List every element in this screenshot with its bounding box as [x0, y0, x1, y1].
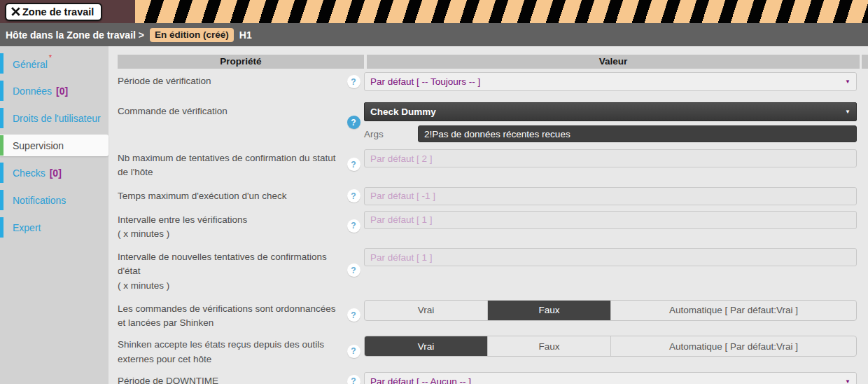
sidebar-item-donnees[interactable]: Données[0] — [0, 80, 108, 102]
help-icon[interactable]: ? — [347, 375, 360, 384]
retry-interval-input[interactable] — [364, 248, 857, 266]
args-label: Args — [364, 129, 418, 139]
property-label: Période de DOWNTIME — [118, 372, 343, 384]
accent-bar — [0, 108, 4, 128]
top-banner: Zone de travail — [0, 0, 868, 23]
help-icon[interactable]: ? — [347, 189, 360, 203]
sidebar-item-label: Droits de l'utilisateur — [0, 113, 101, 124]
table-header: Propriété Valeur — [118, 55, 868, 69]
form-row-max-check-attempts: Nb maximum de tentatives de confirmation… — [118, 149, 868, 180]
breadcrumb-entity: H1 — [239, 29, 252, 41]
toggle-option-faux[interactable]: Faux — [487, 336, 610, 356]
check-period-select[interactable]: Par défaut [ -- Toujours -- ] ▼ — [364, 72, 857, 91]
accent-bar — [0, 81, 4, 101]
selected-value: Par défaut [ -- Toujours -- ] — [370, 76, 480, 87]
help-icon[interactable]: ? — [347, 308, 360, 322]
property-column-header: Propriété — [118, 55, 364, 69]
downtime-period-select[interactable]: Par défaut [ -- Aucun -- ] ▼ — [364, 372, 857, 384]
form-row-commande-verification: Commande de vérification ? Check Dummy ▼… — [118, 102, 868, 142]
property-label: Commande de vérification — [118, 102, 343, 142]
accent-bar — [0, 190, 4, 210]
selected-value: Par défaut [ -- Aucun -- ] — [370, 376, 471, 384]
toggle-option-vrai[interactable]: Vrai — [365, 336, 487, 356]
form-row-periode-verification: Période de vérification ? Par défaut [ -… — [118, 72, 868, 91]
accent-bar — [0, 135, 4, 156]
property-sublabel: ( x minutes ) — [118, 227, 343, 241]
sidebar-item-label: Checks — [13, 167, 46, 179]
passive-checks-toggle: Vrai Faux Automatique [ Par défaut:Vrai … — [364, 336, 857, 357]
selected-value: Check Dummy — [370, 107, 436, 117]
status-badge: En édition (créé) — [150, 28, 234, 42]
check-interval-input[interactable] — [364, 211, 857, 229]
sidebar-item-label: Supervision — [0, 140, 64, 151]
sidebar-item-checks[interactable]: Checks[0] — [0, 162, 108, 184]
chevron-down-icon: ▼ — [845, 109, 850, 115]
toggle-option-automatique[interactable]: Automatique [ Par défaut:Vrai ] — [610, 301, 856, 320]
breadcrumb: Hôte dans la Zone de travail > En éditio… — [0, 23, 868, 46]
property-label: Shinken accepte les états reçus depuis d… — [118, 336, 343, 366]
sidebar-item-notifications[interactable]: Notifications — [0, 189, 108, 211]
sidebar: Général* Données[0] Droits de l'utilisat… — [0, 46, 108, 384]
header-sliver — [862, 55, 868, 69]
toggle-option-vrai[interactable]: Vrai — [365, 301, 487, 320]
property-sublabel: ( x minutes ) — [118, 279, 343, 293]
property-label: Temps maximum d'exécution d'un check — [118, 187, 343, 205]
sidebar-item-label: Général — [13, 59, 48, 70]
property-label: Les commandes de vérifications sont ordo… — [118, 300, 343, 331]
required-asterisk: * — [49, 53, 52, 62]
help-icon[interactable]: ? — [347, 219, 360, 233]
hazard-stripes — [135, 0, 868, 23]
property-label: Intervalle entre les vérifications — [118, 214, 247, 225]
accent-bar — [0, 217, 4, 238]
workspace-button[interactable]: Zone de travail — [5, 3, 102, 21]
property-label: Intervalle de nouvelles tentatives de co… — [118, 252, 327, 276]
value-column-header: Valeur — [367, 55, 860, 69]
args-row: Args — [364, 125, 857, 142]
chevron-down-icon: ▼ — [845, 378, 850, 384]
help-icon-active[interactable]: ? — [347, 116, 360, 129]
sidebar-item-label: Données — [13, 85, 52, 97]
check-command-select[interactable]: Check Dummy ▼ — [364, 102, 857, 121]
sidebar-item-droits-utilisateur[interactable]: Droits de l'utilisateur — [0, 107, 108, 129]
property-label: Nb maximum de tentatives de confirmation… — [118, 149, 343, 180]
form-row-check-timeout: Temps maximum d'exécution d'un check ? — [118, 187, 868, 205]
max-check-attempts-input[interactable] — [364, 149, 857, 167]
property-label: Période de vérification — [118, 72, 343, 91]
tools-icon — [10, 6, 21, 17]
form-row-downtime-period: Période de DOWNTIME ? Par défaut [ -- Au… — [118, 372, 868, 384]
accent-bar — [0, 53, 4, 74]
breadcrumb-path: Hôte dans la Zone de travail > — [6, 29, 144, 41]
form-row-active-checks: Les commandes de vérifications sont ordo… — [118, 300, 868, 331]
sidebar-item-general[interactable]: Général* — [0, 53, 108, 74]
form-row-passive-checks: Shinken accepte les états reçus depuis d… — [118, 336, 868, 366]
form-row-check-interval: Intervalle entre les vérifications ( x m… — [118, 211, 868, 242]
sidebar-item-supervision[interactable]: Supervision — [0, 135, 108, 156]
toggle-option-faux[interactable]: Faux — [487, 301, 610, 320]
form-panel: Propriété Valeur Période de vérification… — [108, 46, 868, 384]
form-row-retry-interval: Intervalle de nouvelles tentatives de co… — [118, 248, 868, 293]
accent-bar — [0, 163, 4, 183]
sidebar-item-expert[interactable]: Expert — [0, 217, 108, 238]
sidebar-item-label: Expert — [0, 222, 41, 233]
check-timeout-input[interactable] — [364, 187, 857, 205]
sidebar-item-label: Notifications — [0, 195, 66, 206]
banner-corner: Zone de travail — [0, 0, 135, 23]
help-icon[interactable]: ? — [347, 345, 360, 358]
app-window: Zone de travail Hôte dans la Zone de tra… — [0, 0, 868, 384]
help-icon[interactable]: ? — [347, 263, 360, 277]
count-badge: [0] — [50, 167, 62, 179]
help-icon[interactable]: ? — [347, 158, 360, 171]
active-checks-toggle: Vrai Faux Automatique [ Par défaut:Vrai … — [364, 300, 857, 321]
help-icon[interactable]: ? — [347, 75, 360, 88]
workspace-button-label: Zone de travail — [22, 6, 94, 18]
chevron-down-icon: ▼ — [845, 78, 850, 85]
args-input[interactable] — [418, 125, 857, 142]
count-badge: [0] — [56, 85, 68, 97]
toggle-option-automatique[interactable]: Automatique [ Par défaut:Vrai ] — [610, 336, 856, 356]
